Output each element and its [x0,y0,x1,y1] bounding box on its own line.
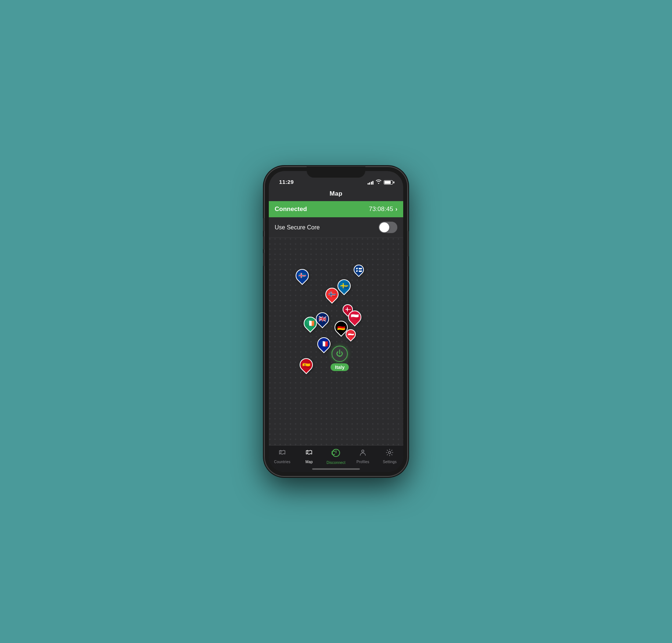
power-circle: ⏻ [332,346,348,362]
chevron-right-icon: › [395,206,397,212]
map-icon [305,448,313,459]
tab-profiles-label: Profiles [357,460,369,464]
status-time: 11:29 [279,179,294,185]
app-header: Map [269,187,403,201]
tab-disconnect-label: Disconnect [326,461,345,465]
map-area: 🇮🇸 🇳🇴 🇸🇪 [269,238,403,445]
connected-banner[interactable]: Connected 73:08:45 › [269,201,403,217]
tab-disconnect[interactable]: Disconnect [325,448,347,465]
pin-spain[interactable]: 🇪🇸 [300,358,313,371]
app-container: Map Connected 73:08:45 › Use Secure Core [269,187,403,472]
country-pins: 🇮🇸 🇳🇴 🇸🇪 [269,238,403,445]
tab-map-label: Map [306,460,313,464]
countries-icon [278,448,286,459]
connected-label: Connected [275,206,307,213]
pin-austria[interactable]: 🇦🇹 [346,329,356,339]
power-icon: ⏻ [336,349,343,358]
settings-icon [386,448,394,459]
pin-finland[interactable]: 🇫🇮 [354,265,364,275]
toggle-thumb [379,222,389,232]
phone-frame: 11:29 [264,167,408,476]
pin-ireland[interactable]: 🇮🇪 [304,317,317,330]
pin-uk[interactable]: 🇬🇧 [316,312,329,326]
tab-map[interactable]: Map [298,448,320,464]
pin-france[interactable]: 🇫🇷 [317,337,330,350]
svg-point-7 [362,450,364,452]
secure-core-label: Use Secure Core [275,224,320,231]
pin-iceland[interactable]: 🇮🇸 [296,269,309,282]
pin-italy[interactable]: ⏻ Italy [330,346,349,371]
signal-icon [368,180,374,185]
tab-countries-label: Countries [274,460,290,464]
tab-settings[interactable]: Settings [379,448,401,464]
pin-sweden[interactable]: 🇸🇪 [337,279,351,293]
phone-screen: 11:29 [269,171,403,472]
secure-core-toggle[interactable] [379,222,397,233]
status-icons [368,179,393,185]
notch [307,167,365,178]
disconnect-icon [332,448,340,459]
profiles-icon [359,448,367,459]
tab-countries[interactable]: Countries [271,448,293,464]
pin-norway[interactable]: 🇳🇴 [325,288,339,301]
app-title: Map [330,190,343,197]
wifi-icon [376,179,382,185]
tab-settings-label: Settings [383,460,397,464]
home-indicator [312,468,360,470]
tab-profiles[interactable]: Profiles [352,448,374,464]
battery-icon [384,180,393,185]
italy-label: Italy [330,363,349,371]
svg-point-8 [389,451,391,454]
pin-poland[interactable]: 🇵🇱 [348,310,361,324]
secure-core-row: Use Secure Core [269,217,403,238]
connected-timer: 73:08:45 › [369,206,397,213]
